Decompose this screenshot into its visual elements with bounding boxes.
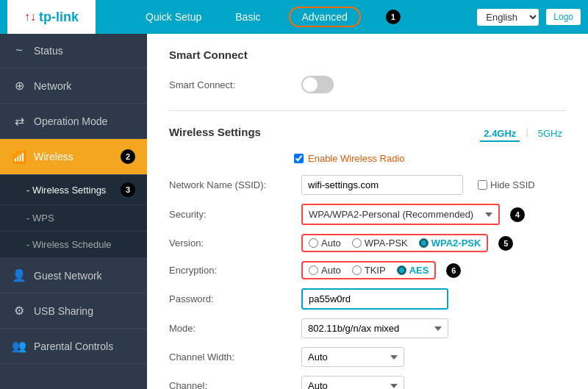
freq-tab-2g[interactable]: 2.4GHz	[480, 126, 520, 142]
annotation-2: 2	[121, 149, 135, 164]
annotation-5: 5	[498, 236, 513, 251]
encryption-auto-radio[interactable]	[309, 265, 318, 275]
ssid-input[interactable]	[301, 175, 463, 195]
channel-label: Channel:	[169, 380, 294, 389]
encryption-tkip-radio[interactable]	[352, 265, 362, 275]
ssid-value: Hide SSID	[301, 175, 566, 195]
channel-width-label: Channel Width:	[169, 351, 294, 363]
sidebar-item-wireless-settings[interactable]: - Wireless Settings 3	[0, 175, 147, 205]
password-label: Password:	[169, 293, 294, 304]
password-value	[301, 288, 566, 310]
security-select[interactable]: WPA/WPA2-Personal (Recommended) WPA2-Per…	[301, 204, 500, 225]
version-wpapsk-radio[interactable]	[352, 238, 362, 248]
password-row: Password:	[169, 288, 566, 310]
wireless-settings-title: Wireless Settings	[169, 126, 261, 142]
logo-button[interactable]: Logo	[546, 9, 581, 25]
sidebar-item-wireless[interactable]: 📶 Wireless 2	[0, 139, 147, 175]
security-row: Security: WPA/WPA2-Personal (Recommended…	[169, 204, 566, 225]
operation-mode-icon: ⇄	[12, 114, 26, 128]
annotation-3: 3	[121, 182, 135, 197]
channel-width-value: Auto 20MHz 40MHz	[301, 347, 566, 367]
version-radio-group: Auto WPA-PSK WPA2-PSK	[301, 234, 488, 252]
freq-tab-5g[interactable]: 5GHz	[534, 126, 566, 142]
hide-ssid-text: Hide SSID	[490, 179, 535, 190]
version-auto-radio[interactable]	[309, 238, 318, 248]
ssid-label: Network Name (SSID):	[169, 179, 294, 190]
security-value: WPA/WPA2-Personal (Recommended) WPA2-Per…	[301, 204, 566, 225]
smart-connect-section: Smart Connect Smart Connect:	[169, 49, 566, 111]
channel-select[interactable]: Auto 1 6 11	[301, 376, 404, 389]
mode-value: 802.11b/g/n/ax mixed 802.11b/g/n mixed 8…	[301, 318, 566, 338]
sidebar-item-label: Operation Mode	[34, 115, 107, 127]
wireless-submenu: - Wireless Settings 3 - WPS - Wireless S…	[0, 175, 147, 258]
smart-connect-label: Smart Connect:	[169, 79, 294, 90]
wireless-settings-header: Wireless Settings 2.4GHz | 5GHz	[169, 126, 566, 142]
smart-connect-title: Smart Connect	[169, 49, 566, 65]
nav-quick-setup[interactable]: Quick Setup	[140, 7, 207, 26]
channel-width-row: Channel Width: Auto 20MHz 40MHz	[169, 347, 566, 367]
body-layout: ~ Status ⊕ Network ⇄ Operation Mode 📶 Wi…	[0, 34, 588, 389]
sidebar-item-network[interactable]: ⊕ Network	[0, 68, 147, 104]
sidebar-item-label: Wireless	[34, 151, 110, 163]
freq-separator: |	[526, 126, 528, 142]
sidebar-item-label: USB Sharing	[34, 305, 93, 317]
nav-basic[interactable]: Basic	[229, 7, 266, 26]
wireless-schedule-label: - Wireless Schedule	[26, 239, 112, 250]
logo-icon: ↑↓	[24, 10, 36, 24]
sidebar-item-label: Parental Controls	[34, 340, 113, 352]
version-auto-option[interactable]: Auto	[309, 238, 341, 249]
freq-tabs: 2.4GHz | 5GHz	[480, 126, 566, 142]
encryption-tkip-option[interactable]: TKIP	[352, 265, 386, 276]
sidebar-item-label: Guest Network	[34, 270, 102, 282]
header: ↑↓ tp-link Quick Setup Basic Advanced 1 …	[0, 0, 588, 34]
sidebar-item-status[interactable]: ~ Status	[0, 34, 147, 68]
encryption-auto-option[interactable]: Auto	[309, 265, 341, 276]
version-value: Auto WPA-PSK WPA2-PSK 5	[301, 234, 566, 252]
encryption-value: Auto TKIP AES 6	[301, 261, 566, 279]
annotation-4: 4	[510, 207, 525, 222]
network-icon: ⊕	[12, 79, 26, 93]
enable-wireless-checkbox[interactable]	[294, 154, 304, 163]
encryption-aes-option[interactable]: AES	[397, 265, 429, 276]
hide-ssid-checkbox[interactable]	[478, 180, 487, 190]
annotation-6: 6	[446, 263, 461, 278]
enable-wireless-row: Enable Wireless Radio	[294, 153, 566, 164]
smart-connect-row: Smart Connect:	[169, 76, 566, 93]
mode-select[interactable]: 802.11b/g/n/ax mixed 802.11b/g/n mixed 8…	[301, 318, 448, 338]
version-wpapsk-option[interactable]: WPA-PSK	[352, 238, 408, 249]
parental-controls-icon: 👥	[12, 339, 26, 353]
sidebar-item-label: Network	[34, 80, 71, 92]
sidebar-item-wireless-schedule[interactable]: - Wireless Schedule	[0, 232, 147, 258]
channel-width-select[interactable]: Auto 20MHz 40MHz	[301, 347, 404, 367]
mode-label: Mode:	[169, 323, 294, 334]
main-content: Smart Connect Smart Connect: Wireless Se…	[147, 34, 588, 389]
encryption-row: Encryption: Auto TKIP AES 6	[169, 261, 566, 279]
status-icon: ~	[12, 44, 26, 57]
password-input[interactable]	[301, 288, 448, 310]
encryption-radio-group: Auto TKIP AES	[301, 261, 436, 279]
sidebar-item-usb-sharing[interactable]: ⚙ USB Sharing	[0, 293, 147, 329]
version-label: Version:	[169, 238, 294, 249]
channel-row: Channel: Auto 1 6 11	[169, 376, 566, 389]
smart-connect-toggle[interactable]	[301, 76, 334, 93]
encryption-aes-radio[interactable]	[397, 265, 406, 275]
nav-advanced[interactable]: Advanced	[289, 7, 361, 27]
enable-wireless-label: Enable Wireless Radio	[308, 153, 405, 164]
version-row: Version: Auto WPA-PSK WPA2-PSK 5	[169, 234, 566, 252]
ssid-row: Network Name (SSID): Hide SSID	[169, 175, 566, 195]
security-label: Security:	[169, 209, 294, 220]
version-wpa2psk-radio[interactable]	[419, 238, 429, 248]
sidebar-item-parental-controls[interactable]: 👥 Parental Controls	[0, 329, 147, 364]
language-select[interactable]: English Chinese French	[477, 9, 539, 26]
sidebar-item-wps[interactable]: - WPS	[0, 205, 147, 232]
sidebar-item-operation-mode[interactable]: ⇄ Operation Mode	[0, 104, 147, 139]
wireless-settings-section: Wireless Settings 2.4GHz | 5GHz Enable W…	[169, 126, 566, 389]
version-wpa2psk-option[interactable]: WPA2-PSK	[419, 238, 481, 249]
encryption-label: Encryption:	[169, 265, 294, 276]
guest-network-icon: 👤	[12, 268, 26, 282]
channel-value: Auto 1 6 11	[301, 376, 566, 389]
hide-ssid-label: Hide SSID	[478, 179, 535, 190]
sidebar-item-guest-network[interactable]: 👤 Guest Network	[0, 258, 147, 293]
mode-row: Mode: 802.11b/g/n/ax mixed 802.11b/g/n m…	[169, 318, 566, 338]
annotation-1: 1	[386, 10, 401, 24]
